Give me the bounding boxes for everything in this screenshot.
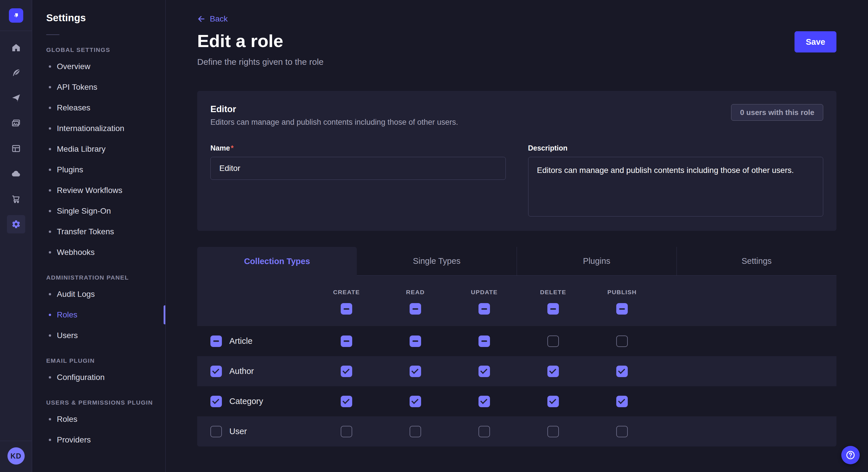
tab-collection-types[interactable]: Collection Types [197, 247, 357, 276]
author-update-checkbox[interactable] [478, 366, 490, 377]
row-label-cell: User [197, 426, 312, 437]
sidebar-section-label: EMAIL PLUGIN [32, 357, 165, 364]
sidebar-item-audit-logs[interactable]: Audit Logs [32, 284, 165, 305]
bullet-icon [49, 169, 51, 171]
cart-icon[interactable] [3, 187, 29, 212]
article-create-checkbox[interactable] [341, 336, 352, 347]
article-select-checkbox[interactable] [210, 336, 222, 347]
article-read-checkbox[interactable] [410, 336, 421, 347]
cloud-icon[interactable] [3, 161, 29, 187]
sidebar-item-plugins[interactable]: Plugins [32, 160, 165, 180]
author-create-checkbox[interactable] [341, 366, 352, 377]
permission-cell [312, 396, 381, 407]
strapi-logo-icon[interactable] [9, 8, 23, 23]
article-publish-checkbox[interactable] [616, 336, 628, 347]
row-label: User [229, 427, 247, 436]
settings-sidebar: Settings GLOBAL SETTINGSOverviewAPI Toke… [32, 0, 166, 472]
layout-icon[interactable] [3, 136, 29, 161]
user-create-checkbox[interactable] [341, 426, 352, 437]
bullet-icon [49, 210, 51, 212]
sidebar-item-providers[interactable]: Providers [32, 430, 165, 450]
save-button[interactable]: Save [795, 31, 836, 53]
nav-rail-icons [0, 31, 32, 237]
arrow-left-icon [197, 14, 206, 23]
sidebar-item-label: API Tokens [57, 82, 97, 92]
column-header-update: UPDATE [450, 289, 519, 296]
home-icon[interactable] [3, 35, 29, 60]
user-delete-checkbox[interactable] [547, 426, 559, 437]
sidebar-item-overview[interactable]: Overview [32, 56, 165, 77]
sidebar-item-media-library[interactable]: Media Library [32, 139, 165, 160]
rail-footer: KD [0, 441, 32, 472]
category-delete-checkbox[interactable] [547, 396, 559, 407]
sidebar-item-configuration[interactable]: Configuration [32, 367, 165, 388]
permission-cell [588, 396, 656, 407]
title-row: Edit a role Save [197, 31, 836, 53]
select-all-read-checkbox[interactable] [410, 303, 421, 314]
sidebar-item-label: Media Library [57, 144, 105, 154]
permissions-rows: ArticleAuthorCategoryUser [197, 326, 836, 446]
paper-plane-icon[interactable] [3, 86, 29, 111]
user-update-checkbox[interactable] [478, 426, 490, 437]
sidebar-item-transfer-tokens[interactable]: Transfer Tokens [32, 222, 165, 242]
tab-plugins[interactable]: Plugins [517, 247, 677, 276]
select-all-delete-checkbox[interactable] [547, 303, 559, 314]
bullet-icon [49, 148, 51, 150]
user-publish-checkbox[interactable] [616, 426, 628, 437]
back-link[interactable]: Back [197, 14, 228, 24]
bullet-icon [49, 107, 51, 109]
bullet-icon [49, 334, 51, 337]
select-all-publish-checkbox[interactable] [616, 303, 628, 314]
feather-icon[interactable] [3, 60, 29, 86]
row-label: Author [229, 367, 254, 376]
back-label: Back [210, 14, 228, 24]
row-label: Category [229, 397, 263, 406]
article-delete-checkbox[interactable] [547, 336, 559, 347]
author-publish-checkbox[interactable] [616, 366, 628, 377]
sidebar-item-single-sign-on[interactable]: Single Sign-On [32, 201, 165, 222]
user-select-checkbox[interactable] [210, 426, 222, 437]
avatar[interactable]: KD [7, 447, 25, 465]
media-library-icon[interactable] [3, 111, 29, 136]
permission-row-author: Author [197, 356, 836, 386]
help-button[interactable] [841, 446, 860, 464]
role-card-header: Editor Editors can manage and publish co… [210, 104, 823, 127]
select-all-update-checkbox[interactable] [478, 303, 490, 314]
column-header-delete: DELETE [519, 289, 588, 296]
sidebar-item-label: Overview [57, 62, 90, 71]
user-read-checkbox[interactable] [410, 426, 421, 437]
name-label: Name* [210, 144, 506, 152]
article-update-checkbox[interactable] [478, 336, 490, 347]
sidebar-item-webhooks[interactable]: Webhooks [32, 242, 165, 263]
bullet-icon [49, 65, 51, 68]
sidebar-item-internationalization[interactable]: Internationalization [32, 118, 165, 139]
sidebar-item-releases[interactable]: Releases [32, 98, 165, 118]
row-label-cell: Author [197, 366, 312, 377]
select-all-create-checkbox[interactable] [341, 303, 352, 314]
permission-cell [312, 426, 381, 437]
sidebar-item-roles[interactable]: Roles [32, 409, 165, 430]
category-update-checkbox[interactable] [478, 396, 490, 407]
author-select-checkbox[interactable] [210, 366, 222, 377]
permission-cell [519, 426, 588, 437]
category-read-checkbox[interactable] [410, 396, 421, 407]
sidebar-item-review-workflows[interactable]: Review Workflows [32, 180, 165, 201]
sidebar-section-administration-panel: ADMINISTRATION PANELAudit LogsRolesUsers [32, 274, 165, 346]
sidebar-item-roles[interactable]: Roles [32, 305, 165, 325]
sidebar-item-users[interactable]: Users [32, 325, 165, 346]
sidebar-item-api-tokens[interactable]: API Tokens [32, 77, 165, 98]
category-create-checkbox[interactable] [341, 396, 352, 407]
category-select-checkbox[interactable] [210, 396, 222, 407]
description-textarea[interactable]: Editors can manage and publish contents … [528, 157, 824, 216]
tab-single-types[interactable]: Single Types [357, 247, 516, 276]
tab-settings[interactable]: Settings [677, 247, 836, 276]
gear-icon[interactable] [7, 215, 25, 233]
name-input[interactable] [210, 157, 506, 180]
category-publish-checkbox[interactable] [616, 396, 628, 407]
author-read-checkbox[interactable] [410, 366, 421, 377]
users-with-role-button[interactable]: 0 users with this role [731, 104, 823, 121]
sidebar-section-global-settings: GLOBAL SETTINGSOverviewAPI TokensRelease… [32, 46, 165, 263]
permission-cell [312, 366, 381, 377]
sidebar-item-label: Roles [57, 310, 78, 319]
author-delete-checkbox[interactable] [547, 366, 559, 377]
